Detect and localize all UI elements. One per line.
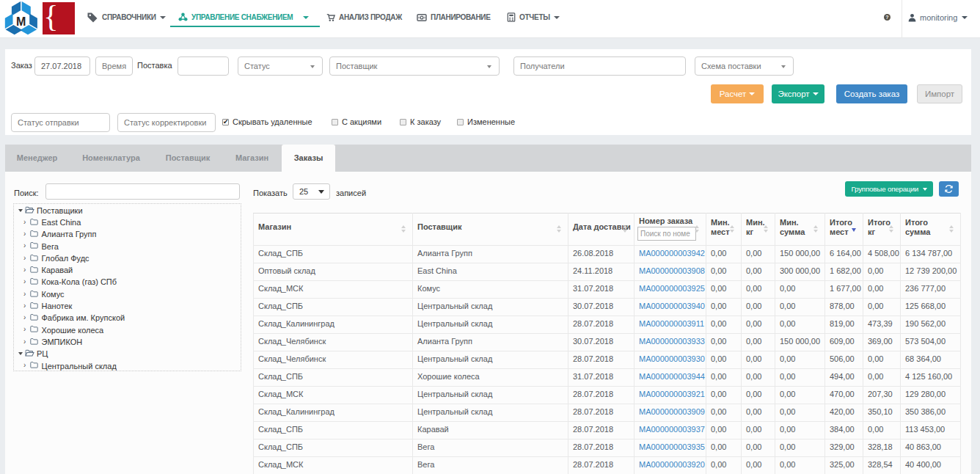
svg-text:M: M — [16, 15, 26, 28]
